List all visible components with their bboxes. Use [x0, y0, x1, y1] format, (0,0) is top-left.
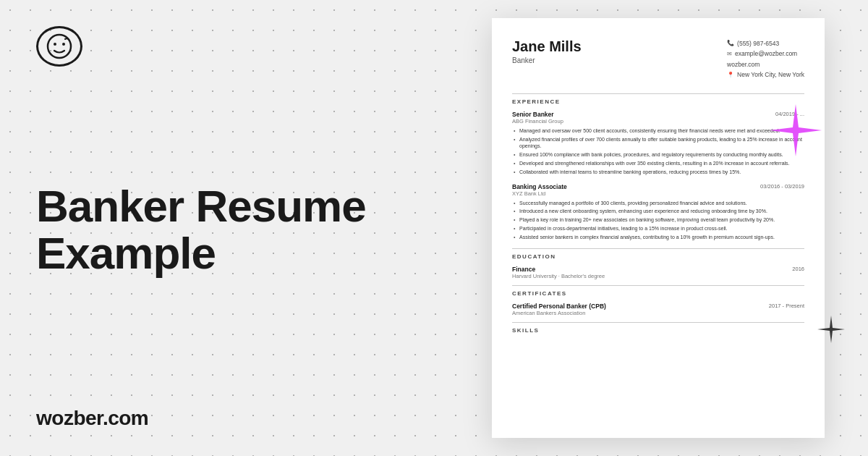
experience-divider — [512, 93, 804, 94]
edu-school: Harvard University · Bachelor's degree — [512, 273, 605, 279]
resume-header: Jane Mills Banker 📞 (555) 987-6543 ✉ exa… — [512, 38, 804, 80]
contact-location-row: 📍 New York City, New York — [727, 69, 804, 80]
job-bullets-1: Managed and oversaw over 500 client acco… — [512, 127, 804, 176]
job-date-1: 04/2019 - ... — [775, 111, 804, 117]
certificates-section-title: CERTIFICATES — [512, 290, 804, 297]
skills-divider — [512, 322, 804, 323]
job-bullet: Participated in cross-departmental initi… — [512, 225, 804, 232]
right-panel: Jane Mills Banker 📞 (555) 987-6543 ✉ exa… — [448, 0, 868, 456]
job-bullets-2: Successfully managed a portfolio of 300 … — [512, 200, 804, 241]
resume-name: Jane Mills — [512, 38, 582, 55]
resume-card: Jane Mills Banker 📞 (555) 987-6543 ✉ exa… — [492, 18, 825, 438]
contact-email: example@wozber.com — [735, 48, 797, 59]
education-section-title: EDUCATION — [512, 253, 804, 260]
edu-left: Finance Harvard University · Bachelor's … — [512, 266, 605, 279]
job-bullet: Introduced a new client onboarding syste… — [512, 208, 804, 215]
job-entry-1: Senior Banker 04/2019 - ... ABG Financia… — [512, 111, 804, 176]
job-bullet: Successfully managed a portfolio of 300 … — [512, 200, 804, 207]
job-header-2: Banking Associate 03/2016 - 03/2019 — [512, 183, 804, 190]
resume-identity: Jane Mills Banker — [512, 38, 582, 80]
svg-point-2 — [62, 43, 65, 46]
job-date-2: 03/2016 - 03/2019 — [760, 183, 804, 190]
contact-location: New York City, New York — [737, 69, 804, 80]
job-bullet: Managed and oversaw over 500 client acco… — [512, 127, 804, 135]
resume-job-title: Banker — [512, 56, 582, 64]
cert-entry-1: Certified Personal Banker (CPB) American… — [512, 303, 804, 316]
logo-icon — [45, 32, 74, 61]
job-bullet: Analyzed financial profiles of over 700 … — [512, 136, 804, 151]
job-bullet: Developed and strengthened relationships… — [512, 160, 804, 167]
logo — [36, 26, 82, 67]
contact-email-row: ✉ example@wozber.com — [727, 48, 804, 59]
left-panel: Banker Resume Example wozber.com — [0, 0, 448, 456]
cert-org: American Bankers Association — [512, 310, 606, 316]
email-icon: ✉ — [727, 49, 732, 59]
edu-degree: Finance — [512, 266, 605, 273]
phone-icon: 📞 — [727, 38, 734, 48]
edu-year: 2016 — [792, 266, 804, 279]
location-icon: 📍 — [727, 70, 734, 80]
contact-phone: (555) 987-6543 — [737, 38, 779, 48]
contact-phone-row: 📞 (555) 987-6543 — [727, 38, 804, 48]
education-divider — [512, 248, 804, 249]
job-company-2: XYZ Bank Ltd — [512, 190, 804, 197]
job-bullet: Collaborated with internal teams to stre… — [512, 169, 804, 176]
contact-website: wozber.com — [727, 59, 760, 69]
job-title-2: Banking Associate — [512, 183, 567, 190]
job-title-1: Senior Banker — [512, 111, 554, 118]
svg-point-1 — [54, 43, 56, 46]
brand-url: wozber.com — [36, 407, 412, 430]
job-company-1: ABG Financial Group — [512, 118, 804, 124]
job-header-1: Senior Banker 04/2019 - ... — [512, 111, 804, 118]
page-headline: Banker Resume Example — [36, 182, 412, 276]
job-bullet: Played a key role in training 20+ new as… — [512, 216, 804, 224]
edu-entry-1: Finance Harvard University · Bachelor's … — [512, 266, 804, 279]
contact-website-row: wozber.com — [727, 59, 804, 69]
certificates-divider — [512, 285, 804, 286]
skills-section-title: SKILLS — [512, 327, 804, 334]
experience-section-title: EXPERIENCE — [512, 98, 804, 105]
cert-left: Certified Personal Banker (CPB) American… — [512, 303, 606, 316]
cert-date: 2017 - Present — [769, 303, 804, 316]
resume-contact: 📞 (555) 987-6543 ✉ example@wozber.com wo… — [727, 38, 804, 80]
job-bullet: Assisted senior bankers in complex finan… — [512, 234, 804, 241]
job-entry-2: Banking Associate 03/2016 - 03/2019 XYZ … — [512, 183, 804, 241]
cert-name: Certified Personal Banker (CPB) — [512, 303, 606, 310]
job-bullet: Ensured 100% compliance with bank polici… — [512, 151, 804, 159]
